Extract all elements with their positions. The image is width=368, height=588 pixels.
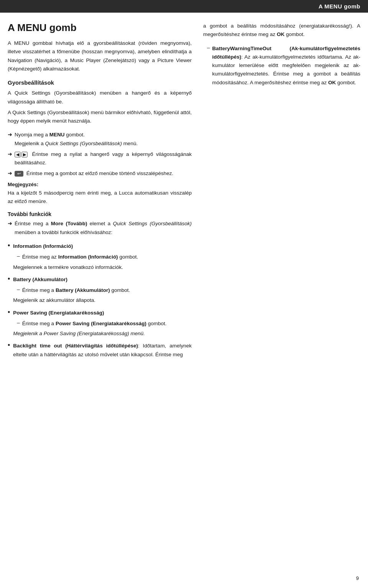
bullet-item-information: • Information (Információ) – Érintse meg… [8, 242, 192, 274]
gyors-body1: A Quick Settings (Gyorsbeállítások) menü… [8, 89, 192, 106]
dash-text-powersaving: Érintse meg a Power Saving (Energiatakar… [22, 319, 192, 328]
arrow-item-2: ➜ ◀▶ Érintse meg a nyilat a hangerő vagy… [8, 150, 192, 167]
battery-body: Megjelenik az akkumulátor állapota. [13, 296, 192, 305]
tovabbi-arrow-item: ➜ Érintse meg a More (Tovább) elemet a Q… [8, 219, 192, 237]
powersaving-heading: Power Saving (Energiatakarékosság) [13, 309, 192, 317]
brightness-icon: ◀▶ [15, 152, 28, 157]
intro-paragraph: A MENU gombbal hívhatja elő a gyorsbeáll… [8, 39, 192, 73]
top-bar-title: A MENU gomb [319, 3, 360, 10]
top-bar: A MENU gomb [0, 0, 368, 13]
tovabbi-section: További funkciók ➜ Érintse meg a More (T… [8, 211, 192, 237]
tovabbi-arrow-text: Érintse meg a More (Tovább) elemet a Qui… [15, 219, 192, 237]
note-paragraph: Megjegyzés: Ha a kijelzőt 5 másodpercig … [8, 180, 192, 206]
bullet-content-battery: Battery (Akkumulátor) – Érintse meg a Ba… [13, 275, 192, 307]
bullet-content-information: Information (Információ) – Érintse meg a… [13, 242, 192, 274]
right-dash-text: BatteryWarningTimeOut (Ak-kumulátorfigye… [212, 44, 360, 87]
arrow-text-1: Nyomja meg a MENU gombot. Megjelenik a Q… [15, 131, 192, 148]
bullet-content-backlight: Backlight time out (Háttérvilágítás időt… [13, 342, 192, 361]
arrow-icon-2: ➜ [8, 151, 12, 157]
left-column: A MENU gomb A MENU gombbal hívhatja elő … [8, 22, 192, 365]
backlight-heading: Backlight time out (Háttérvilágítás időt… [13, 342, 192, 359]
battery-heading: Battery (Akkumulátor) [13, 275, 192, 284]
note-text: Ha a kijelzőt 5 másodpercig nem érinti m… [8, 190, 192, 204]
right-column: a gombot a beállítás módosításához (ener… [199, 22, 360, 365]
dash-item-information: – Érintse meg az Information (Információ… [13, 253, 192, 261]
arrow-icon-3: ➜ [8, 170, 12, 176]
note-section: Megjegyzés: Ha a kijelzőt 5 másodpercig … [8, 180, 192, 206]
dash-item-battery: – Érintse meg a Battery (Akkumulátor) go… [13, 286, 192, 295]
note-label: Megjegyzés: [8, 182, 38, 187]
gyors-body2: A Quick Settings (Gyorsbeállítások) menü… [8, 108, 192, 126]
page-heading: A MENU gomb [8, 22, 192, 34]
arrow-icon-1: ➜ [8, 131, 12, 138]
bullet-dot-1: • [8, 242, 10, 250]
bullet-dot-4: • [8, 341, 10, 350]
right-dash-item: – BatteryWarningTimeOut (Ak-kumulátorfig… [203, 44, 360, 87]
tovabbi-heading: További funkciók [8, 211, 192, 217]
arrow-text-2: ◀▶ Érintse meg a nyilat a hangerő vagy a… [15, 150, 192, 167]
dash-item-powersaving: – Érintse meg a Power Saving (Energiatak… [13, 319, 192, 328]
gyors-section: Gyorsbeállítások A Quick Settings (Gyors… [8, 79, 192, 125]
bullet-list: • Information (Információ) – Érintse meg… [8, 242, 192, 361]
dash-text-battery: Érintse meg a Battery (Akkumulátor) gomb… [22, 286, 192, 295]
bullet-dot-3: • [8, 308, 10, 317]
dash-3: – [17, 320, 20, 326]
bullet-item-battery: • Battery (Akkumulátor) – Érintse meg a … [8, 275, 192, 307]
gyors-heading: Gyorsbeállítások [8, 79, 192, 86]
content-wrapper: A MENU gomb A MENU gombbal hívhatja elő … [0, 13, 368, 374]
arrow-item-3: ➜ ↩ Érintse meg a gombot az előző menübe… [8, 169, 192, 178]
bullet-item-backlight: • Backlight time out (Háttérvilágítás id… [8, 342, 192, 361]
arrow-text-3: ↩ Érintse meg a gombot az előző menübe t… [15, 169, 192, 178]
powersaving-body: Megjelenik a Power Saving (Energiatakaré… [13, 329, 192, 338]
bullet-dot-2: • [8, 275, 10, 283]
dash-text-information: Érintse meg az Information (Információ) … [22, 253, 192, 261]
right-dash: – [207, 45, 210, 51]
dash-1: – [17, 253, 20, 259]
information-body: Megjelennek a termékre vonatkozó informá… [13, 263, 192, 272]
right-dash-section: – BatteryWarningTimeOut (Ak-kumulátorfig… [203, 44, 360, 87]
page-number: 9 [356, 575, 359, 581]
bullet-item-powersaving: • Power Saving (Energiatakarékosság) – É… [8, 309, 192, 341]
back-icon: ↩ [15, 171, 23, 177]
right-body1: a gombot a beállítás módosításához (ener… [203, 22, 360, 39]
information-heading: Information (Információ) [13, 242, 192, 251]
tovabbi-arrow-icon: ➜ [8, 220, 12, 226]
bullet-content-powersaving: Power Saving (Energiatakarékosság) – Éri… [13, 309, 192, 341]
arrow-item-1: ➜ Nyomja meg a MENU gombot. Megjelenik a… [8, 131, 192, 148]
dash-2: – [17, 287, 20, 292]
